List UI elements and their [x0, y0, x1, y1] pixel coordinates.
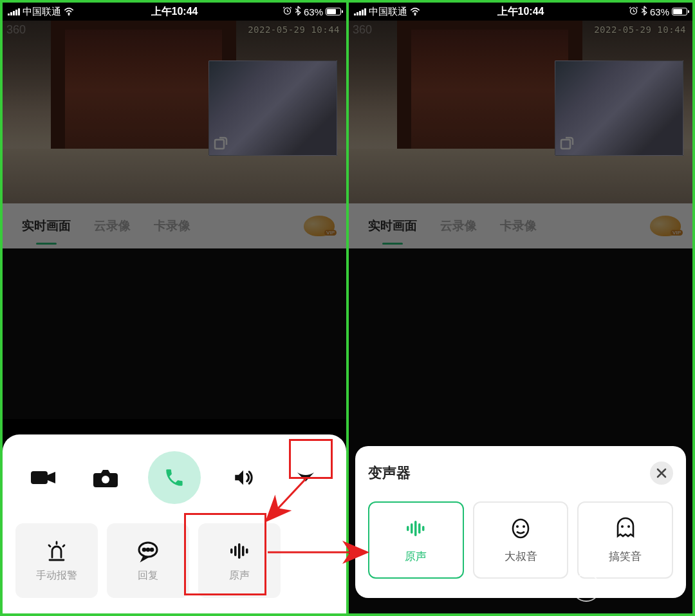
signal-icon [354, 8, 366, 15]
panel-title: 变声器 [368, 463, 411, 483]
svg-rect-16 [561, 140, 570, 149]
control-panel: 手动报警 回复 原声 [3, 434, 346, 613]
svg-rect-20 [418, 523, 421, 534]
svg-point-4 [102, 476, 109, 483]
alarm-light-icon [45, 539, 68, 563]
signal-icon [8, 8, 20, 15]
svg-point-22 [513, 519, 528, 537]
voice-option-original[interactable]: 原声 [368, 501, 464, 579]
camera-timestamp: 2022-05-29 10:44 [248, 24, 340, 35]
vip-cloud-icon[interactable]: VIP [304, 216, 335, 236]
voice-option-funny[interactable]: 搞笑音 [577, 501, 673, 579]
alarm-icon [283, 6, 292, 17]
soundwave-icon [228, 539, 251, 563]
svg-rect-18 [411, 523, 413, 534]
picture-in-picture[interactable] [555, 61, 683, 156]
svg-rect-3 [31, 471, 48, 484]
svg-point-6 [143, 548, 145, 551]
tile-label: 手动报警 [36, 569, 77, 583]
option-label: 原声 [405, 549, 427, 564]
svg-point-26 [627, 525, 630, 528]
wifi-icon [64, 6, 74, 17]
tile-manual-alarm[interactable]: 手动报警 [15, 523, 98, 598]
svg-rect-10 [234, 546, 237, 556]
tile-label: 原声 [229, 569, 250, 583]
tab-live[interactable]: 实时画面 [357, 203, 429, 248]
vip-badge: VIP [324, 230, 337, 236]
close-button[interactable] [650, 462, 673, 485]
svg-point-14 [414, 14, 415, 15]
svg-rect-11 [238, 543, 241, 559]
option-label: 搞笑音 [609, 549, 642, 564]
status-bar: 中国联通 上午10:44 63% [349, 3, 692, 21]
alarm-icon [629, 6, 638, 17]
tabs-row: 实时画面 云录像 卡录像 VIP [3, 203, 346, 248]
svg-point-24 [523, 525, 525, 528]
phone-left: 中国联通 上午10:44 63% 360 2022-05-29 10:44 [3, 3, 346, 613]
bluetooth-icon [641, 6, 647, 17]
tab-live[interactable]: 实时画面 [10, 203, 82, 248]
screenshot-button[interactable] [86, 458, 125, 498]
tile-label: 回复 [138, 569, 158, 583]
status-time: 上午10:44 [497, 5, 544, 19]
watermark: 值 什么值得买 [572, 574, 681, 602]
face-uncle-icon [509, 517, 532, 540]
live-camera-view[interactable]: 360 2022-05-29 10:44 [349, 21, 692, 203]
svg-point-25 [621, 525, 624, 528]
svg-rect-19 [414, 521, 417, 536]
soundwave-icon [404, 517, 427, 540]
svg-rect-17 [407, 526, 409, 531]
tab-cloud-record[interactable]: 云录像 [429, 203, 488, 248]
phone-right: 中国联通 上午10:44 63% 360 2022-05-29 10:44 [349, 3, 692, 613]
svg-point-23 [516, 525, 519, 528]
expand-icon[interactable] [213, 136, 228, 151]
ghost-icon [614, 517, 637, 540]
battery-icon [672, 8, 687, 15]
picture-in-picture[interactable] [208, 61, 337, 156]
bluetooth-icon [295, 6, 301, 17]
battery-percent: 63% [304, 6, 323, 17]
svg-rect-9 [230, 548, 233, 554]
carrier-label: 中国联通 [23, 6, 61, 18]
status-time: 上午10:44 [151, 5, 198, 19]
live-camera-view[interactable]: 360 2022-05-29 10:44 [3, 21, 346, 203]
vip-cloud-icon[interactable]: VIP [650, 216, 681, 236]
option-label: 大叔音 [505, 549, 537, 564]
battery-icon [326, 8, 341, 15]
tile-reply[interactable]: 回复 [107, 523, 189, 598]
tab-card-record[interactable]: 卡录像 [142, 203, 202, 248]
collapse-button[interactable] [286, 458, 326, 498]
svg-rect-12 [242, 546, 245, 556]
watermark-logo: 值 [572, 574, 600, 602]
chat-icon [136, 539, 160, 563]
call-button[interactable] [148, 451, 201, 504]
svg-rect-2 [215, 140, 224, 149]
camera-brand-overlay: 360 [353, 23, 372, 37]
status-bar: 中国联通 上午10:44 63% [3, 3, 346, 21]
svg-rect-13 [246, 548, 248, 554]
expand-icon[interactable] [559, 136, 575, 151]
camera-timestamp: 2022-05-29 10:44 [594, 24, 686, 35]
watermark-text: 什么值得买 [607, 578, 681, 597]
voice-option-uncle[interactable]: 大叔音 [473, 501, 569, 579]
tab-cloud-record[interactable]: 云录像 [82, 203, 142, 248]
tile-original-voice[interactable]: 原声 [198, 523, 281, 598]
tab-card-record[interactable]: 卡录像 [488, 203, 548, 248]
svg-rect-21 [422, 526, 425, 531]
volume-button[interactable] [223, 458, 263, 498]
battery-percent: 63% [650, 6, 669, 17]
tabs-row: 实时画面 云录像 卡录像 VIP [349, 203, 692, 248]
camera-brand-overlay: 360 [6, 23, 26, 37]
wifi-icon [410, 6, 420, 17]
vip-badge: VIP [671, 230, 683, 236]
svg-point-0 [68, 14, 69, 15]
svg-point-8 [151, 548, 153, 551]
record-button[interactable] [23, 458, 63, 498]
carrier-label: 中国联通 [369, 6, 407, 18]
svg-point-7 [147, 548, 149, 551]
